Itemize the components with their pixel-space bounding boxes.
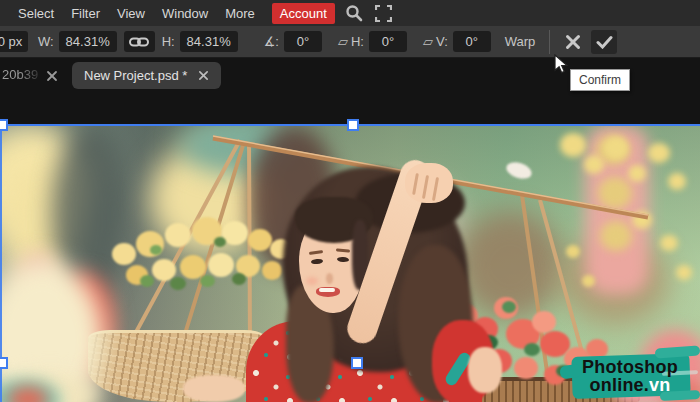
fullscreen-icon[interactable] (375, 5, 392, 22)
width-label: W: (38, 34, 54, 49)
options-divider (549, 30, 550, 54)
skew-v-field[interactable]: 0° (453, 31, 491, 52)
rotate-angle-field[interactable]: 0° (284, 31, 322, 52)
leaf (140, 275, 154, 287)
menu-filter[interactable]: Filter (71, 6, 100, 21)
height-label: H: (162, 34, 175, 49)
watermark-line2: online.vn (560, 376, 700, 394)
flower (208, 253, 234, 277)
tab-new-project[interactable]: New Project.psd * (72, 62, 221, 89)
transform-options-bar: 0 px W: 84.31% H: 84.31% ∡: 0° ▱ H: 0° ▱… (0, 26, 700, 58)
confirm-tooltip: Confirm (570, 69, 630, 91)
transform-handle-center[interactable] (351, 357, 363, 369)
leaf (200, 275, 215, 287)
flower (262, 261, 282, 280)
skew-h-icon: ▱ (338, 34, 348, 49)
canvas-image: Photoshop online.vn (0, 125, 700, 402)
menu-view[interactable]: View (117, 6, 145, 21)
rotate-angle-icon: ∡: (264, 34, 279, 49)
flower (532, 311, 556, 333)
hand-holding-basket (183, 375, 245, 402)
tab-title: New Project.psd * (84, 68, 187, 83)
flower (248, 229, 272, 251)
teeth (319, 288, 335, 292)
transform-handle-top-left[interactable] (0, 119, 8, 131)
transform-handle-middle-left[interactable] (0, 357, 8, 369)
blush (306, 277, 318, 285)
menu-window[interactable]: Window (162, 6, 208, 21)
watermark: Photoshop online.vn (560, 347, 700, 402)
y-position-field[interactable]: 0 px (0, 31, 28, 52)
mouse-cursor (554, 54, 569, 79)
tab-partial-close-icon[interactable] (46, 68, 58, 86)
tab-close-icon[interactable] (198, 70, 209, 81)
skew-v-label: V: (436, 34, 448, 49)
cancel-transform-icon[interactable] (560, 30, 586, 54)
hand-on-pole (405, 163, 453, 203)
nose (326, 273, 333, 284)
warp-button[interactable]: Warp (505, 34, 536, 49)
elbow (468, 347, 502, 393)
watermark-online: online. (590, 375, 649, 395)
leaf (232, 273, 246, 285)
transform-handle-top-center[interactable] (347, 119, 359, 131)
confirm-transform-icon[interactable] (591, 30, 617, 54)
flower (165, 223, 191, 247)
width-field[interactable]: 84.31% (59, 31, 117, 52)
tab-partial[interactable]: 20b39 (2, 67, 38, 82)
menu-select[interactable]: Select (18, 6, 54, 21)
account-button[interactable]: Account (272, 3, 335, 24)
link-dimensions-icon[interactable] (124, 31, 155, 52)
watermark-vn: vn (649, 375, 670, 395)
skew-v-icon: ▱ (423, 34, 433, 49)
leaf (170, 277, 186, 290)
photopea-app: Select Filter View Window More Account 0… (0, 0, 700, 402)
height-field[interactable]: 84.31% (180, 31, 238, 52)
watermark-line1: Photoshop (560, 358, 700, 376)
menu-more[interactable]: More (225, 6, 255, 21)
leaf (150, 245, 162, 255)
flower (112, 243, 136, 265)
menu-bar: Select Filter View Window More Account (0, 0, 700, 26)
leaf (214, 237, 226, 247)
skew-h-field[interactable]: 0° (369, 31, 407, 52)
skew-h-label: H: (351, 34, 364, 49)
search-icon[interactable] (345, 4, 363, 22)
leaf (524, 343, 540, 356)
flower (514, 357, 538, 379)
leaf (502, 301, 516, 313)
